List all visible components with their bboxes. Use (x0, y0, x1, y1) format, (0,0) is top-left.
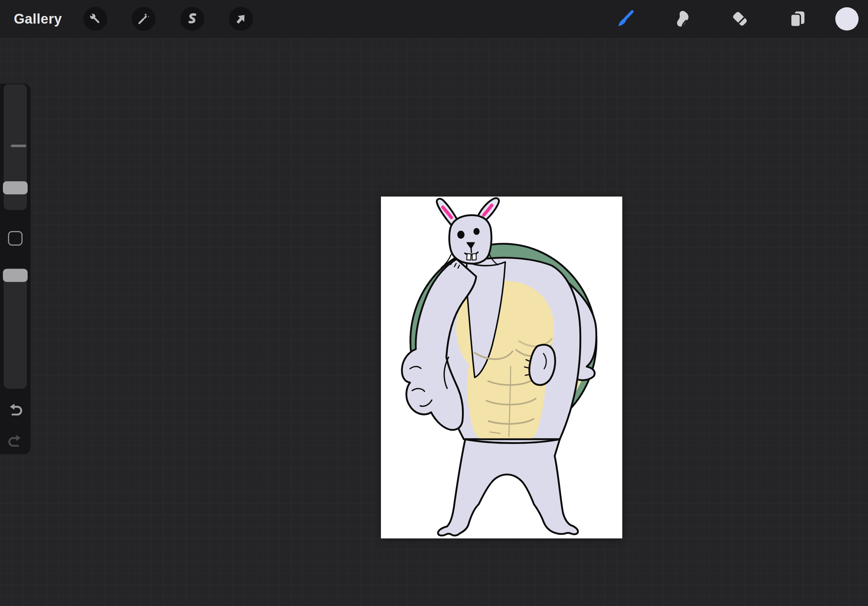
magic-wand-icon (137, 12, 150, 26)
workspace-background (0, 38, 868, 606)
eraser-icon (730, 9, 750, 29)
drawing-canvas[interactable] (381, 196, 622, 538)
transform-button[interactable] (229, 7, 253, 31)
legs (438, 439, 578, 535)
undo-arrowhead-icon (10, 403, 14, 410)
layers-button[interactable] (787, 9, 808, 29)
right-hand (529, 345, 555, 385)
opacity-handle[interactable] (3, 269, 28, 282)
actions-button[interactable] (83, 7, 107, 31)
gallery-button[interactable]: Gallery (14, 0, 62, 38)
redo-button[interactable] (7, 433, 23, 450)
paintbrush-icon (615, 9, 635, 29)
top-toolbar: Gallery (0, 0, 868, 38)
slider-tick-mark (11, 145, 26, 147)
selection-button[interactable] (180, 7, 204, 31)
brush-size-handle[interactable] (3, 181, 28, 194)
procreate-window: Gallery (0, 0, 868, 606)
selection-s-icon (185, 12, 199, 26)
layers-icon (787, 9, 808, 29)
modify-button[interactable] (8, 231, 23, 246)
smudge-finger-icon (672, 9, 693, 29)
wrench-icon (88, 12, 102, 26)
artwork-rabbit-turtle-drawing (381, 196, 622, 538)
undo-button[interactable] (7, 402, 23, 418)
smudge-tool-button[interactable] (672, 9, 693, 29)
transform-arrow-icon (234, 12, 248, 26)
opacity-slider[interactable] (4, 268, 27, 389)
paint-tool-button[interactable] (615, 9, 635, 29)
erase-tool-button[interactable] (730, 9, 750, 29)
color-swatch-circle[interactable] (835, 7, 859, 31)
side-toolbar (0, 83, 31, 454)
redo-arrowhead-icon (16, 435, 20, 441)
adjustments-button[interactable] (132, 7, 156, 31)
